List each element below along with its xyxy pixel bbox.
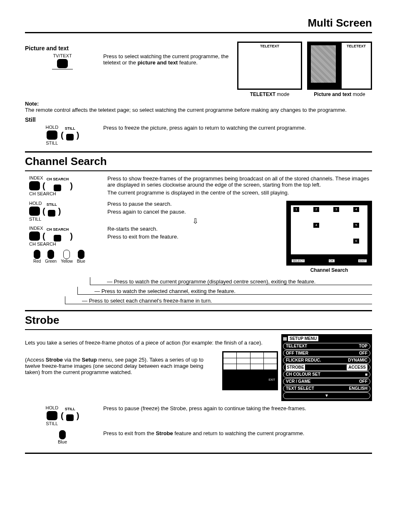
green-line-desc: — Press to watch the selected channel, e… bbox=[77, 287, 372, 295]
chsearch-restart-desc: Re-starts the search. Press to exit from… bbox=[107, 226, 283, 241]
picture-text-heading: Picture and text bbox=[25, 45, 234, 52]
strobe-exit-desc: Press to exit from the Strobe feature an… bbox=[103, 430, 372, 438]
index-label: INDEX bbox=[29, 175, 43, 180]
blue-button-icon: Blue bbox=[77, 250, 85, 264]
hold-button-icon bbox=[47, 131, 57, 140]
red-line-desc: — Press to select each channel's freeze-… bbox=[65, 296, 372, 304]
chsearch-desc1: Press to show freeze-frames of the progr… bbox=[107, 175, 372, 197]
teletext-mode-diagram: TELETEXT TELETEXT mode bbox=[237, 42, 302, 97]
chsearch-paren-icon: (CH SEARCH) bbox=[42, 180, 73, 191]
yellow-button-icon: Yellow bbox=[61, 250, 73, 264]
strobe-title: Strobe bbox=[25, 310, 372, 330]
still-label-2: STILL bbox=[29, 217, 41, 222]
hold-label-2: HOLD bbox=[29, 201, 42, 206]
still-desc: Press to freeze the picture, press again… bbox=[103, 125, 372, 133]
hold-label: HOLD bbox=[46, 125, 59, 130]
channel-search-title: Channel Search bbox=[25, 151, 372, 171]
index-button-icon bbox=[29, 181, 40, 190]
red-button-icon: Red bbox=[33, 250, 41, 264]
chsearch-caption: Channel Search bbox=[286, 267, 372, 273]
channel-search-screen: 1 2 3 4 4 5 6 SELECT OK EXIT Channel Sea… bbox=[286, 201, 372, 273]
strobe-grid-diagram: EXIT bbox=[222, 351, 278, 390]
blue-button-icon-2: Blue bbox=[58, 430, 67, 444]
setup-menu-diagram: ▤ SETUP MENU TELETEXTTOP OFF TIMEROFF FL… bbox=[281, 334, 372, 401]
note-block: Note: The remote control affects the tel… bbox=[25, 101, 372, 113]
strobe-access: (Access Strobe via the Setup menu, see p… bbox=[25, 357, 219, 375]
blue-line-desc: — Press to watch the current programme (… bbox=[90, 277, 372, 285]
strobe-intro: Lets you take a series of freeze-frame p… bbox=[25, 340, 278, 346]
still-label: STILL bbox=[46, 140, 58, 145]
still-paren-icon-3: (STILL) bbox=[61, 410, 79, 421]
chsearch-label: CH SEARCH bbox=[29, 191, 56, 196]
still-paren-icon: (STILL) bbox=[61, 130, 79, 140]
chsearch-paren-icon-2: (CH SEARCH) bbox=[42, 231, 73, 241]
strobe-pause-desc: Press to pause (freeze) the Strobe, pres… bbox=[103, 405, 372, 413]
picture-text-mode-diagram: TELETEXT Picture and text mode bbox=[307, 42, 372, 97]
index-button-icon-2 bbox=[29, 232, 40, 241]
chsearch-pause-desc: Press to pause the search. Press again t… bbox=[107, 201, 283, 226]
tvtext-desc: Press to select watching the current pro… bbox=[103, 53, 234, 67]
arrow-down-icon: ⇩ bbox=[107, 217, 283, 226]
still-label-3: STILL bbox=[46, 421, 58, 426]
tvtext-label: TV/TEXT bbox=[53, 53, 72, 58]
hold-button-icon-2 bbox=[29, 207, 40, 216]
tvtext-button-icon bbox=[57, 59, 68, 68]
still-paren-icon-2: (STILL) bbox=[42, 206, 61, 217]
green-button-icon: Green bbox=[45, 250, 57, 264]
still-heading: Still bbox=[25, 116, 372, 123]
hold-label-3: HOLD bbox=[46, 405, 59, 410]
chsearch-label-2: CH SEARCH bbox=[29, 241, 56, 246]
hold-button-icon-3 bbox=[47, 411, 57, 420]
page-title: Multi Screen bbox=[25, 17, 372, 33]
index-label-2: INDEX bbox=[29, 226, 43, 231]
